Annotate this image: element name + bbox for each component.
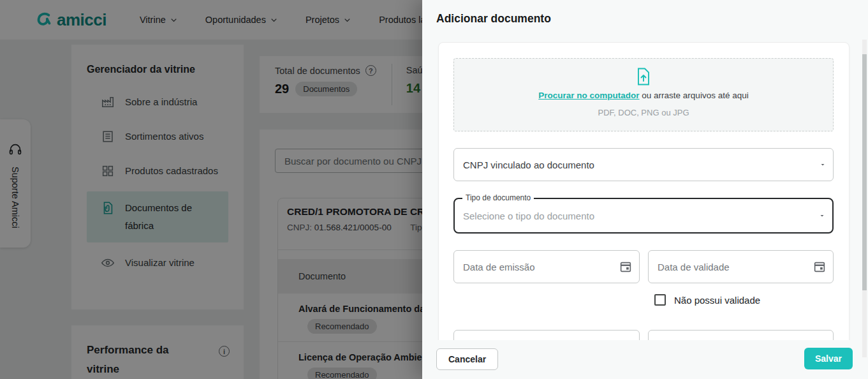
- issue-date-field: [453, 250, 640, 283]
- drawer-footer: Cancelar Salvar: [422, 340, 868, 379]
- document-type-placeholder: Selecione o tipo do documento: [463, 211, 594, 221]
- no-validity-label: Não possui validade: [674, 295, 760, 306]
- select-caret-icon: [818, 212, 826, 219]
- expiry-date-field: [648, 250, 834, 283]
- calendar-icon[interactable]: [813, 260, 827, 274]
- cnpj-select-value: CNPJ vinculado ao documento: [463, 160, 594, 170]
- save-button[interactable]: Salvar: [804, 348, 853, 369]
- drawer-scrollbar-thumb[interactable]: [862, 54, 867, 290]
- no-validity-checkbox[interactable]: [654, 294, 666, 306]
- calendar-icon[interactable]: [619, 260, 633, 274]
- drag-files-text: ou arraste arquivos até aqui: [640, 91, 749, 100]
- file-dropzone[interactable]: Procurar no computador ou arraste arquiv…: [453, 58, 834, 131]
- browse-computer-link[interactable]: Procurar no computador: [538, 91, 639, 100]
- drawer-title: Adicionar documento: [436, 12, 551, 26]
- upload-file-icon: [636, 68, 651, 85]
- drawer-scrollbar-track[interactable]: [862, 40, 867, 357]
- expiry-date-input[interactable]: [658, 262, 806, 272]
- allowed-formats-text: PDF, DOC, PNG ou JPG: [598, 108, 689, 117]
- document-type-select[interactable]: Tipo de documento Selecione o tipo do do…: [453, 198, 834, 234]
- document-type-label: Tipo de documento: [462, 193, 534, 202]
- issue-date-input[interactable]: [463, 262, 612, 272]
- select-caret-icon: [819, 161, 827, 168]
- cnpj-select[interactable]: CNPJ vinculado ao documento: [453, 148, 834, 181]
- cancel-button[interactable]: Cancelar: [436, 348, 498, 370]
- add-document-drawer: Adicionar documento Procurar no computad…: [422, 0, 868, 379]
- no-validity-checkbox-row[interactable]: Não possui validade: [654, 294, 760, 306]
